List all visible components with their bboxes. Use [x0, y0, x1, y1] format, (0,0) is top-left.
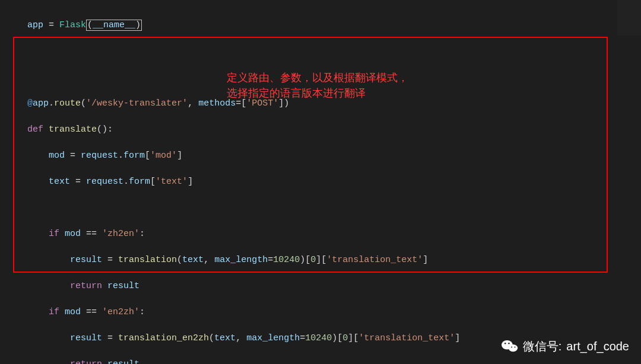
- code-line: return result: [6, 280, 641, 293]
- code-line-def: def translate():: [6, 123, 641, 136]
- code-line: [6, 202, 641, 215]
- code-line: mod = request.form['mod']: [6, 149, 641, 162]
- code-line: app = Flask(__name__): [6, 19, 641, 32]
- code-line: if mod == 'en2zh':: [6, 306, 641, 319]
- code-line: [6, 71, 641, 84]
- code-line: result = translation_en2zh(text, max_len…: [6, 332, 641, 345]
- code-line: [6, 45, 641, 58]
- code-line-decorator: @app.route('/wesky-translater', methods=…: [6, 97, 641, 110]
- code-line: if mod == 'zh2en':: [6, 228, 641, 241]
- code-editor[interactable]: app = Flask(__name__) @app.route('/wesky…: [0, 0, 641, 364]
- code-line: return result: [6, 358, 641, 364]
- code-line: result = translation(text, max_length=10…: [6, 254, 641, 267]
- code-line: text = request.form['text']: [6, 175, 641, 189]
- minimap[interactable]: [617, 0, 641, 36]
